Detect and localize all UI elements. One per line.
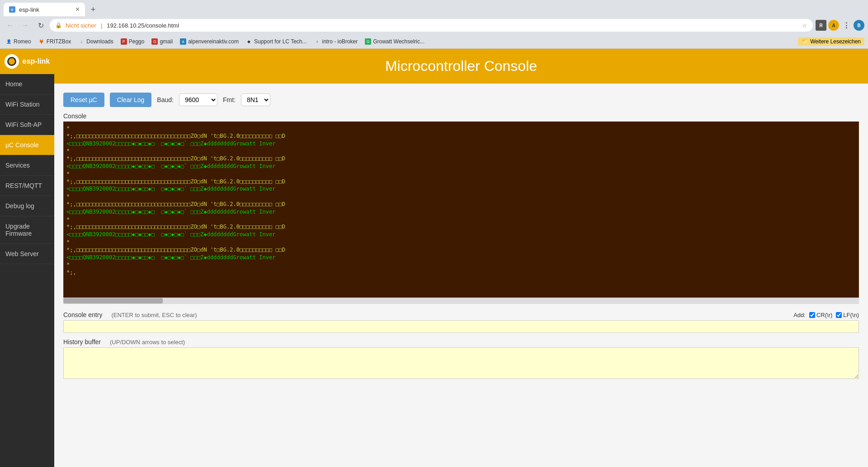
downloads-favicon: ↓: [78, 38, 85, 45]
sidebar-item-wifi-station[interactable]: WiFi Station: [0, 94, 54, 115]
bookmark-alpen[interactable]: a alpenvereinaktiv.com: [178, 37, 241, 46]
sidebar-header[interactable]: esp-link: [0, 49, 54, 74]
user-avatar[interactable]: B: [854, 20, 864, 31]
lc-favicon: ◆: [246, 38, 252, 45]
active-tab[interactable]: e esp-link ×: [4, 3, 85, 16]
bookmark-iobroker[interactable]: ι intro - ioBroker: [312, 37, 359, 46]
reload-icon: ↻: [38, 21, 44, 30]
reset-uc-button[interactable]: Reset µC: [63, 93, 104, 107]
address-bar[interactable]: 🔒 Nicht sicher | 192.168.10.25/console.h…: [50, 19, 813, 32]
bookmark-lc[interactable]: ◆ Support for LC Tech...: [244, 37, 309, 46]
horizontal-scrollbar[interactable]: [63, 298, 859, 304]
bookmark-iobroker-label: intro - ioBroker: [322, 38, 358, 45]
console-entry-section: Console entry (ENTER to submit, ESC to c…: [63, 311, 859, 333]
tab-close-button[interactable]: ×: [75, 5, 80, 14]
bookmark-romeo[interactable]: 👤 Romeo: [4, 37, 33, 46]
bookmark-growatt[interactable]: G Growatt Wechselric...: [363, 37, 426, 46]
forward-button[interactable]: →: [19, 19, 32, 32]
reload-button[interactable]: ↻: [34, 19, 47, 32]
bookmark-downloads[interactable]: ↓ Downloads: [76, 37, 115, 46]
ext-settings[interactable]: ⋮: [841, 20, 852, 31]
baud-select[interactable]: 1200 2400 4800 9600 19200 38400 57600 11…: [179, 93, 217, 106]
bookmark-fritzbox-label: FRITZBox: [47, 38, 71, 45]
history-buffer[interactable]: [63, 347, 859, 379]
logo-inner: [7, 57, 16, 66]
growatt-favicon: G: [365, 38, 371, 45]
console-label: Console: [63, 112, 859, 120]
alpen-favicon: a: [180, 38, 186, 45]
address-bar-row: ← → ↻ 🔒 Nicht sicher | 192.168.10.25/con…: [0, 16, 868, 34]
clear-log-button[interactable]: Clear Log: [110, 93, 152, 107]
weitere-button[interactable]: 📁 Weitere Lesezeichen: [798, 37, 864, 46]
lock-icon: 🔒: [55, 22, 62, 28]
weitere-label: Weitere Lesezeichen: [810, 38, 861, 45]
extensions-area: R A ⋮ B: [816, 20, 864, 31]
page-title: Microcontroller Console: [63, 58, 859, 75]
bookmark-gmail[interactable]: G gmail: [150, 37, 175, 46]
sidebar-item-wifi-softap[interactable]: WiFi Soft-AP: [0, 115, 54, 135]
peggo-favicon: P: [121, 38, 127, 45]
separator: |: [101, 22, 102, 29]
new-tab-button[interactable]: +: [87, 3, 99, 16]
baud-label: Baud:: [157, 96, 174, 103]
entry-add: Add: CR(\r) LF(\n): [793, 312, 859, 318]
sidebar-item-rest-mqtt-label: REST/MQTT: [5, 182, 42, 189]
sidebar-item-rest-mqtt[interactable]: REST/MQTT: [0, 176, 54, 196]
forward-icon: →: [22, 21, 29, 29]
fmt-select[interactable]: 8N1 8N2 7N1 7N2 7E1 7O1: [241, 93, 270, 106]
ext-romeo[interactable]: R: [816, 20, 826, 31]
entry-hint: (ENTER to submit, ESC to clear): [111, 312, 197, 318]
bookmark-peggo-label: Peggo: [129, 38, 145, 45]
tab-favicon: e: [9, 6, 15, 13]
bookmark-romeo-label: Romeo: [14, 38, 31, 45]
console-input[interactable]: [63, 320, 859, 333]
star-icon: ☆: [802, 22, 807, 29]
sidebar-item-services[interactable]: Services: [0, 155, 54, 176]
cr-checkbox-label[interactable]: CR(\r): [809, 312, 832, 318]
cr-checkbox[interactable]: [809, 312, 815, 318]
ext-adblock[interactable]: A: [828, 20, 839, 31]
bookmark-fritzbox[interactable]: 🦊 FRITZBox: [37, 37, 73, 46]
entry-header: Console entry (ENTER to submit, ESC to c…: [63, 311, 859, 318]
history-section: History buffer (UP/DOWN arrows to select…: [63, 338, 859, 380]
bookmark-growatt-label: Growatt Wechselric...: [373, 38, 425, 45]
romeo-favicon: 👤: [5, 38, 12, 45]
fmt-label: Fmt:: [223, 96, 236, 103]
bookmark-downloads-label: Downloads: [86, 38, 113, 45]
bookmark-folder-icon: 📁: [802, 38, 808, 45]
tab-bar: e esp-link × +: [0, 0, 868, 16]
bookmark-peggo[interactable]: P Peggo: [119, 37, 146, 46]
history-hint: (UP/DOWN arrows to select): [110, 339, 185, 346]
lf-checkbox[interactable]: [836, 312, 842, 318]
lf-checkbox-label[interactable]: LF(\n): [836, 312, 859, 318]
console-section: Console **;,□□□□□□□□□□□□□□□□□□□□□□□□□□□□…: [63, 112, 859, 304]
sidebar-item-wifi-softap-label: WiFi Soft-AP: [5, 121, 42, 128]
content-area: Reset µC Clear Log Baud: 1200 2400 4800 …: [54, 84, 868, 467]
app-logo: [5, 54, 19, 69]
tab-title: esp-link: [19, 6, 72, 13]
sidebar-item-home[interactable]: Home: [0, 74, 54, 94]
sidebar-item-uc-console-label: µC Console: [5, 141, 38, 149]
back-button[interactable]: ←: [4, 19, 16, 32]
add-label: Add:: [793, 312, 806, 318]
sidebar-item-uc-console[interactable]: µC Console: [0, 135, 54, 155]
sidebar-item-upgrade-firmware[interactable]: Upgrade Firmware: [0, 216, 54, 244]
bookmark-gmail-label: gmail: [160, 38, 173, 45]
sidebar-item-home-label: Home: [5, 80, 22, 88]
bookmark-lc-label: Support for LC Tech...: [254, 38, 307, 45]
sidebar-item-upgrade-firmware-label: Upgrade Firmware: [5, 223, 32, 237]
bookmarks-bar: 👤 Romeo 🦊 FRITZBox ↓ Downloads P Peggo G…: [0, 34, 868, 49]
fritzbox-favicon: 🦊: [38, 38, 45, 45]
sidebar-item-web-server[interactable]: Web Server: [0, 244, 54, 264]
history-header: History buffer (UP/DOWN arrows to select…: [63, 338, 859, 346]
main-content: Microcontroller Console Reset µC Clear L…: [54, 49, 868, 467]
entry-label: Console entry: [63, 311, 102, 318]
toolbar: Reset µC Clear Log Baud: 1200 2400 4800 …: [63, 93, 859, 107]
sidebar-item-debug-log-label: Debug log: [5, 202, 34, 210]
console-output[interactable]: **;,□□□□□□□□□□□□□□□□□□□□□□□□□□□□□□□□□□□Z…: [63, 121, 859, 298]
back-icon: ←: [6, 21, 14, 29]
lf-label: LF(\n): [843, 312, 859, 318]
sidebar-nav: Home WiFi Station WiFi Soft-AP µC Consol…: [0, 74, 54, 467]
history-label: History buffer: [63, 338, 101, 346]
sidebar-item-debug-log[interactable]: Debug log: [0, 196, 54, 216]
